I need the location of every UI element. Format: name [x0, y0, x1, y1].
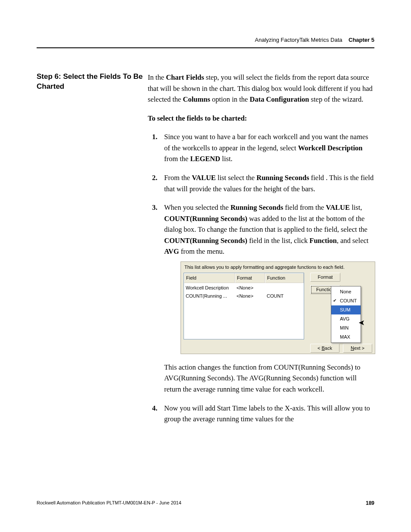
menu-item-none[interactable]: None: [331, 287, 361, 296]
content-area: Step 6: Select the Fields To Be Charted …: [37, 72, 374, 432]
format-button[interactable]: Format: [310, 273, 340, 282]
col-format[interactable]: Format: [235, 273, 265, 283]
col-field[interactable]: Field: [184, 273, 235, 283]
side-heading: Step 6: Select the Fields To Be Charted: [37, 72, 148, 432]
header-chapter: Chapter 5: [349, 37, 374, 43]
menu-item-sum[interactable]: SUM: [331, 305, 361, 314]
instructions-title: To select the fields to be charted:: [148, 113, 375, 124]
next-button[interactable]: Next >: [343, 344, 372, 353]
step-number: 2.: [152, 172, 157, 184]
wizard-nav: < Back Next >: [181, 342, 375, 354]
step-number: 3.: [152, 202, 157, 213]
menu-item-count[interactable]: COUNT: [331, 296, 361, 305]
step-2: 2. From the VALUE list select the Runnin…: [148, 172, 375, 194]
field-listbox[interactable]: Field Format Function Workcell Descripti…: [184, 273, 304, 339]
list-row[interactable]: COUNT(Running ... <None> COUNT: [184, 292, 304, 300]
dialog-screenshot: This list allows you to apply formatting…: [181, 261, 375, 354]
document-page: Analyzing FactoryTalk Metrics Data Chapt…: [0, 0, 411, 532]
cursor-icon: ➤: [358, 317, 365, 329]
col-function[interactable]: Function: [265, 273, 304, 283]
step-number: 4.: [152, 403, 157, 414]
steps-list: 1. Since you want to have a bar for each…: [148, 131, 375, 424]
list-row[interactable]: Workcell Description <None>: [184, 284, 304, 292]
page-number: 189: [366, 500, 374, 506]
publication-info: Rockwell Automation Publication PLTMT-UM…: [37, 500, 181, 506]
listbox-body: Workcell Description <None> COUNT(Runnin…: [184, 283, 304, 301]
main-column: In the Chart Fields step, you will selec…: [148, 72, 375, 432]
page-footer: Rockwell Automation Publication PLTMT-UM…: [37, 500, 374, 506]
dialog-caption: This list allows you to apply formatting…: [184, 264, 372, 271]
step-3: 3. When you selected the Running Seconds…: [148, 202, 375, 395]
menu-item-avg[interactable]: AVG: [331, 314, 361, 324]
header-doc-title: Analyzing FactoryTalk Metrics Data: [255, 37, 342, 43]
menu-item-max[interactable]: MAX: [331, 333, 361, 342]
step-3-followup: This action changes the function from CO…: [164, 362, 375, 395]
step-number: 1.: [152, 131, 157, 143]
back-button[interactable]: < Back: [310, 344, 339, 353]
step-1: 1. Since you want to have a bar for each…: [148, 131, 375, 165]
menu-item-min[interactable]: MIN: [331, 324, 361, 333]
page-header: Analyzing FactoryTalk Metrics Data Chapt…: [37, 37, 374, 48]
listbox-header: Field Format Function: [184, 273, 304, 283]
step-4: 4. Now you will add Start Time labels to…: [148, 403, 375, 425]
intro-paragraph: In the Chart Fields step, you will selec…: [148, 72, 375, 105]
function-menu: None COUNT SUM AVG MIN MAX: [331, 286, 361, 343]
